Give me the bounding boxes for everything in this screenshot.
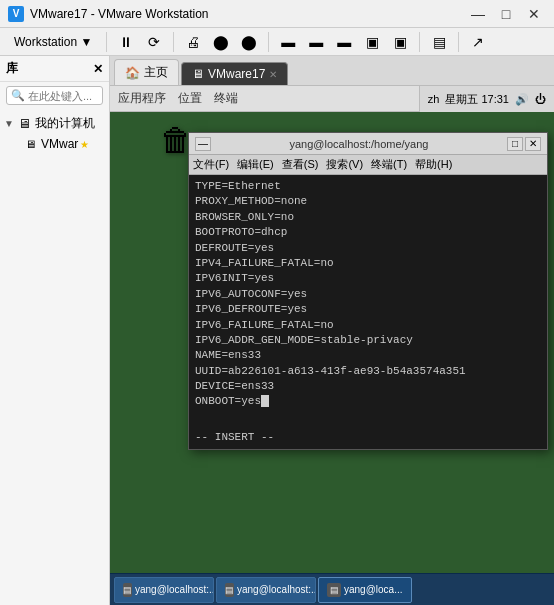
toolbar-separator-5 xyxy=(458,32,459,52)
nav-terminal[interactable]: 终端 xyxy=(214,90,238,107)
lang-indicator: zh xyxy=(428,93,440,105)
taskbar-icon-1: ▤ xyxy=(123,583,132,597)
vm-tab-icon: 🖥 xyxy=(192,67,204,81)
date-time: 星期五 17:31 xyxy=(445,92,509,107)
tabs-row: 🏠 主页 🖥 VMware17 ✕ xyxy=(110,56,554,86)
taskbar-btn-2[interactable]: ▤ yang@localhost:... xyxy=(216,577,316,603)
maximize-button[interactable]: □ xyxy=(494,4,518,24)
app-icon: V xyxy=(8,6,24,22)
sidebar-search-box[interactable]: 🔍 xyxy=(6,86,103,105)
vm-icon: 🖥 xyxy=(22,136,38,152)
computer-icon: 🖥 xyxy=(16,116,32,132)
vm-area-wrapper: 🗑 — yang@localhost:/home/yang □ ✕ xyxy=(110,112,554,605)
tree-arrow-expand: ▼ xyxy=(4,118,16,129)
search-input[interactable] xyxy=(28,90,98,102)
taskbar-btn-3[interactable]: ▤ yang@loca... xyxy=(318,577,412,603)
vm-taskbar: ▤ yang@localhost:... ▤ yang@localhost:..… xyxy=(110,573,554,605)
close-button[interactable]: ✕ xyxy=(522,4,546,24)
power-icon[interactable]: ⏻ xyxy=(535,93,546,105)
taskbar-icon-3: ▤ xyxy=(327,583,341,597)
terminal-window: — yang@localhost:/home/yang □ ✕ 文件(F) 编辑… xyxy=(188,132,548,450)
tab-vmware17[interactable]: 🖥 VMware17 ✕ xyxy=(181,62,288,85)
toolbar-console[interactable]: ▤ xyxy=(426,31,452,53)
header-info: zh 星期五 17:31 🔊 ⏻ xyxy=(419,86,554,112)
terminal-menu-terminal[interactable]: 终端(T) xyxy=(371,157,407,172)
content-area: 🏠 主页 🖥 VMware17 ✕ 应用程序 位置 终端 zh 星期五 17:3… xyxy=(110,56,554,605)
workstation-menu[interactable]: Workstation ▼ xyxy=(6,33,100,51)
terminal-menu-help[interactable]: 帮助(H) xyxy=(415,157,452,172)
toolbar-view5[interactable]: ▣ xyxy=(387,31,413,53)
terminal-menubar: 文件(F) 编辑(E) 查看(S) 搜索(V) 终端(T) 帮助(H) xyxy=(189,155,547,175)
tab-close-icon[interactable]: ✕ xyxy=(269,69,277,80)
sidebar-vmware-label: VMwar xyxy=(41,137,78,151)
vm-tab-label: VMware17 xyxy=(208,67,265,81)
sidebar-close-icon[interactable]: ✕ xyxy=(93,62,103,76)
toolbar-separator-4 xyxy=(419,32,420,52)
toolbar-separator-1 xyxy=(106,32,107,52)
terminal-body[interactable]: TYPE=Ethernet PROXY_METHOD=none BROWSER_… xyxy=(189,175,547,449)
window-controls: — □ ✕ xyxy=(466,4,546,24)
minimize-button[interactable]: — xyxy=(466,4,490,24)
window-title: VMware17 - VMware Workstation xyxy=(30,7,466,21)
terminal-controls-left: — xyxy=(195,137,211,151)
toolbar-help[interactable]: ↗ xyxy=(465,31,491,53)
sidebar: 库 ✕ 🔍 ▼ 🖥 我的计算机 🖥 VMwar ★ xyxy=(0,56,110,605)
toolbar-pause[interactable]: ⏸ xyxy=(113,31,139,53)
taskbar-btn-1[interactable]: ▤ yang@localhost:... xyxy=(114,577,214,603)
nav-places[interactable]: 位置 xyxy=(178,90,202,107)
toolbar-view1[interactable]: ▬ xyxy=(275,31,301,53)
menu-toolbar-bar: Workstation ▼ ⏸ ⟳ 🖨 ⬤ ⬤ ▬ ▬ ▬ ▣ ▣ ▤ ↗ xyxy=(0,28,554,56)
sidebar-my-computer-label: 我的计算机 xyxy=(35,115,95,132)
sidebar-tree: ▼ 🖥 我的计算机 🖥 VMwar ★ xyxy=(0,109,109,605)
sound-icon[interactable]: 🔊 xyxy=(515,93,529,106)
tab-home[interactable]: 🏠 主页 xyxy=(114,59,179,85)
terminal-menu-view[interactable]: 查看(S) xyxy=(282,157,319,172)
toolbar-copy2[interactable]: ⬤ xyxy=(236,31,262,53)
toolbar-view4[interactable]: ▣ xyxy=(359,31,385,53)
cursor-block xyxy=(261,395,269,407)
toolbar-separator-3 xyxy=(268,32,269,52)
title-bar: V VMware17 - VMware Workstation — □ ✕ xyxy=(0,0,554,28)
home-tab-label: 主页 xyxy=(144,64,168,81)
main-area: 库 ✕ 🔍 ▼ 🖥 我的计算机 🖥 VMwar ★ 🏠 主页 xyxy=(0,56,554,605)
toolbar-separator-2 xyxy=(173,32,174,52)
toolbar-view2[interactable]: ▬ xyxy=(303,31,329,53)
taskbar-icon-2: ▤ xyxy=(225,583,234,597)
search-icon: 🔍 xyxy=(11,89,25,102)
sidebar-header: 库 ✕ xyxy=(0,56,109,82)
taskbar-label-3: yang@loca... xyxy=(344,584,403,595)
insert-mode-indicator: -- INSERT -- xyxy=(195,430,541,445)
terminal-close-btn[interactable]: ✕ xyxy=(525,137,541,151)
toolbar-copy1[interactable]: ⬤ xyxy=(208,31,234,53)
toolbar-view3[interactable]: ▬ xyxy=(331,31,357,53)
toolbar-refresh[interactable]: ⟳ xyxy=(141,31,167,53)
star-icon: ★ xyxy=(80,139,89,150)
terminal-minimize-btn[interactable]: — xyxy=(195,137,211,151)
toolbar-usb[interactable]: 🖨 xyxy=(180,31,206,53)
terminal-title-text: yang@localhost:/home/yang xyxy=(211,138,507,150)
home-tab-icon: 🏠 xyxy=(125,66,140,80)
terminal-titlebar: — yang@localhost:/home/yang □ ✕ xyxy=(189,133,547,155)
terminal-controls-right: □ ✕ xyxy=(507,137,541,151)
terminal-menu-file[interactable]: 文件(F) xyxy=(193,157,229,172)
sidebar-item-vmware[interactable]: 🖥 VMwar ★ xyxy=(0,134,109,154)
nav-apps[interactable]: 应用程序 xyxy=(118,90,166,107)
terminal-max-btn[interactable]: □ xyxy=(507,137,523,151)
nav-bar: 应用程序 位置 终端 zh 星期五 17:31 🔊 ⏻ xyxy=(110,86,554,112)
taskbar-label-1: yang@localhost:... xyxy=(135,584,214,595)
sidebar-item-my-computer[interactable]: ▼ 🖥 我的计算机 xyxy=(0,113,109,134)
vm-display[interactable]: 🗑 — yang@localhost:/home/yang □ ✕ xyxy=(110,112,554,605)
terminal-menu-edit[interactable]: 编辑(E) xyxy=(237,157,274,172)
terminal-menu-search[interactable]: 搜索(V) xyxy=(326,157,363,172)
sidebar-title: 库 xyxy=(6,60,18,77)
taskbar-label-2: yang@localhost:... xyxy=(237,584,316,595)
